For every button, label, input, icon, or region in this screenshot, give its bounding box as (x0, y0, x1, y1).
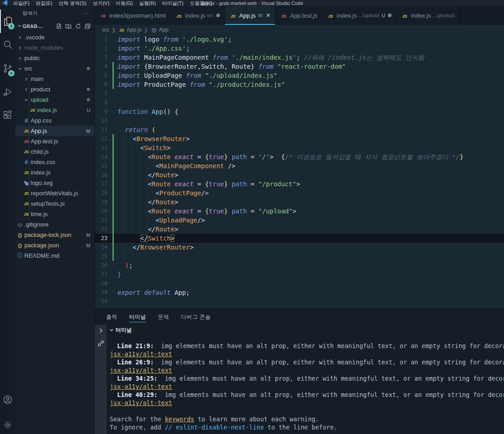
code-editor[interactable]: 1⌄import logo from './logo.svg';2import … (95, 35, 504, 309)
code-line[interactable]: 8 (95, 98, 504, 107)
tree-item-index.css[interactable]: #index.css (15, 157, 94, 167)
tree-item-src[interactable]: src (15, 63, 94, 74)
panel-tab-출력[interactable]: 출력 (106, 309, 117, 325)
editor-tab-index3(postman).html[interactable]: <>index3(postman).html (95, 6, 171, 25)
code-line[interactable]: 20⌄ <Route exact = {true} path = "/uploa… (95, 207, 504, 216)
code-line[interactable]: 28 (95, 279, 504, 288)
tree-item-setupTests.js[interactable]: JSsetupTests.js (15, 198, 94, 209)
menubar-item[interactable]: 터미널(T) (159, 0, 187, 6)
tree-item-child.js[interactable]: JSchild.js (15, 146, 94, 157)
more-actions-icon[interactable]: ··· (82, 10, 89, 16)
panel-tab-디버그 콘솔[interactable]: 디버그 콘솔 (181, 309, 211, 325)
code-line[interactable]: 23 </Switch> (95, 234, 504, 243)
code-line[interactable]: 30 (95, 297, 504, 306)
tree-item-index.js[interactable]: JSindex.js (15, 167, 94, 178)
terminal-process-icon[interactable] (98, 340, 104, 349)
code-line[interactable]: 21 <UploadPage/> (95, 216, 504, 225)
refresh-icon[interactable] (75, 23, 81, 29)
close-icon[interactable]: ✕ (265, 12, 271, 19)
activitybar-run-debug[interactable] (0, 80, 15, 104)
fold-chevron-icon[interactable]: ⌄ (107, 179, 112, 189)
menubar-item[interactable]: 선택 영역(S) (56, 0, 90, 6)
code-line[interactable]: 18 <ProductPage/> (95, 189, 504, 198)
collapse-all-icon[interactable] (84, 23, 91, 29)
expand-panel-icon[interactable] (98, 327, 104, 335)
terminal-section-header[interactable]: 터미널 (107, 325, 504, 335)
code-line[interactable]: 3import MainPageComponent from './main/i… (95, 53, 504, 62)
tree-item-logo.svg[interactable]: logo.svg (15, 178, 94, 188)
fold-chevron-icon[interactable]: ⌄ (107, 35, 112, 44)
code-line[interactable]: 24 </BrowserRouter> (95, 243, 504, 252)
tree-item-package.json[interactable]: {}package.jsonM (15, 240, 94, 250)
breadcrumb-item-App.js[interactable]: JSApp.js (118, 27, 141, 33)
code-line[interactable]: 29export default App; (95, 288, 504, 297)
activitybar-settings[interactable] (0, 412, 15, 434)
tree-item-reportWebVitals.js[interactable]: JSreportWebVitals.js (15, 188, 94, 198)
menubar-item[interactable]: 파일(F) (10, 0, 33, 6)
panel-tab-문제[interactable]: 문제 (158, 309, 169, 325)
code-line[interactable]: 14⌄ <Route exact = {true} path = '/'> {/… (95, 152, 504, 161)
breadcrumb-item-src[interactable]: src (102, 27, 109, 33)
breadcrumb-item-App[interactable]: App (150, 27, 168, 33)
code-line[interactable]: 17⌄ <Route exact = {true} path = "/produ… (95, 179, 504, 189)
activitybar-search[interactable] (0, 33, 15, 57)
code-line[interactable]: 16 </Route> (95, 170, 504, 179)
tree-item-upload[interactable]: upload (15, 94, 94, 105)
tree-item-time.js[interactable]: JStime.js (15, 209, 94, 219)
terminal-link[interactable]: keywords (165, 415, 194, 423)
code-line[interactable]: 7 (95, 89, 504, 98)
terminal-view[interactable]: 터미널 Line 21:9: img elements must have an… (107, 325, 504, 434)
panel-tab-터미널[interactable]: 터미널 (129, 309, 146, 325)
code-line[interactable]: 26 ); (95, 261, 504, 270)
project-section-header[interactable]: GRAB-... (15, 20, 94, 32)
code-line[interactable]: 9function App() { (95, 107, 504, 116)
code-line[interactable]: 4import {BrowserRouter,Switch, Route} fr… (95, 62, 504, 71)
code-line[interactable]: 6import ProductPage from "./product/inde… (95, 80, 504, 89)
editor-tab-App.test.js[interactable]: JSApp.test.js (275, 6, 322, 25)
editor-tab-index.js[interactable]: JSindex.js...\product (397, 6, 460, 25)
activitybar-explorer[interactable]: 3 (0, 9, 15, 33)
tree-item-main[interactable]: main (15, 74, 94, 84)
activitybar-account[interactable] (0, 387, 15, 412)
tree-item-product[interactable]: product (15, 84, 94, 94)
code-line[interactable]: 13⌄ <Switch> (95, 143, 504, 152)
menubar-item[interactable]: 실행(R) (136, 0, 159, 6)
code-line[interactable]: 11 return ( (95, 125, 504, 134)
code-line[interactable]: 1⌄import logo from './logo.svg'; (95, 35, 504, 44)
code-line[interactable]: 27} (95, 270, 504, 279)
menubar-item[interactable]: 편집(E) (33, 0, 56, 6)
activitybar-extensions[interactable] (0, 104, 15, 127)
eslint-rule-link[interactable]: jsx-a11y/alt-text (110, 350, 172, 358)
tree-item-.vscode[interactable]: .vscode (15, 32, 94, 42)
code-line[interactable]: 22 </Route> (95, 225, 504, 234)
fold-chevron-icon[interactable]: ⌄ (107, 134, 112, 143)
fold-chevron-icon[interactable]: ⌄ (107, 207, 112, 216)
tree-item-App.css[interactable]: #App.css (15, 115, 94, 126)
editor-tab-App.js[interactable]: JSApp.jsM✕ (225, 6, 275, 25)
editor-tab-index.js[interactable]: JSindex.jssrc (171, 6, 225, 25)
tree-item-nodemodules[interactable]: node_modules (15, 42, 94, 53)
tree-item-public[interactable]: public (15, 53, 94, 63)
editor-tab-index.js[interactable]: JSindex.js...\uploadU (322, 6, 397, 25)
code-line[interactable]: 12⌄ <BrowserRouter> (95, 134, 504, 143)
code-line[interactable]: 10 (95, 116, 504, 125)
tree-item-package-lock.json[interactable]: {}package-lock.jsonM (15, 230, 94, 240)
menubar-item[interactable]: 이동(G) (112, 0, 136, 6)
code-line[interactable]: 15 <MainPageComponent /> (95, 161, 504, 170)
menubar-item[interactable]: 보기(V) (89, 0, 112, 6)
tree-item-.gitignore[interactable]: .gitignore (15, 219, 94, 230)
tree-item-index.js[interactable]: JSindex.jsU (15, 105, 94, 115)
fold-chevron-icon[interactable]: ⌄ (107, 143, 112, 152)
eslint-rule-link[interactable]: jsx-a11y/alt-text (110, 367, 172, 374)
eslint-rule-link[interactable]: jsx-a11y/alt-text (110, 399, 172, 406)
new-file-icon[interactable] (56, 23, 62, 29)
fold-chevron-icon[interactable]: ⌄ (107, 152, 112, 161)
new-folder-icon[interactable] (65, 23, 72, 29)
tree-item-App.test.js[interactable]: JSApp.test.js (15, 136, 94, 146)
code-line[interactable]: 5import UploadPage from "./upload/index.… (95, 71, 504, 80)
tree-item-README.md[interactable]: ⓘREADME.md (15, 250, 94, 261)
code-line[interactable]: 19 </Route> (95, 198, 504, 207)
activitybar-source-control[interactable]: 5 (0, 57, 15, 80)
code-line[interactable]: 25 (95, 252, 504, 261)
eslint-rule-link[interactable]: jsx-a11y/alt-text (110, 383, 172, 390)
